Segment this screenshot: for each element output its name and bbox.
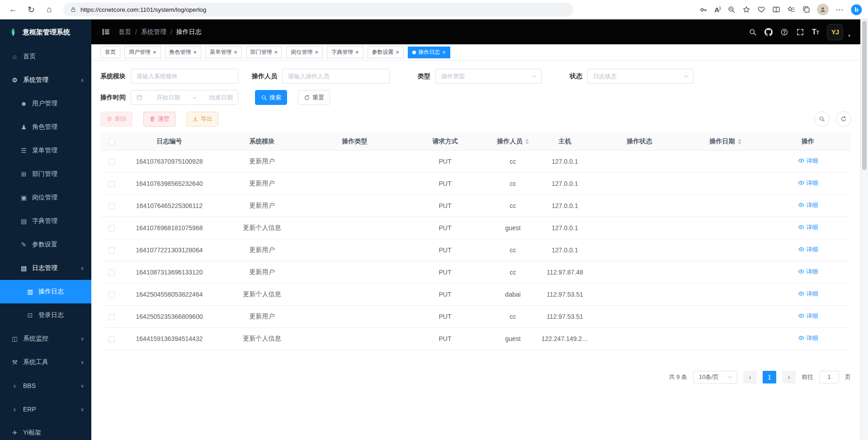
tab-close-icon[interactable]: × [315, 49, 318, 55]
help-icon[interactable] [780, 28, 788, 36]
browser-menu-icon[interactable]: ⋯ [835, 5, 844, 14]
select-all-checkbox[interactable] [108, 139, 115, 145]
next-page-button[interactable]: › [782, 371, 796, 383]
sidebar-item[interactable]: ✎ 参数设置 [0, 233, 91, 256]
date-range-picker[interactable]: 开始日期 - 结束日期 [131, 90, 238, 105]
tab[interactable]: 部门管理 × [246, 47, 283, 58]
prev-page-button[interactable]: ‹ [743, 371, 757, 383]
sidebar-item[interactable]: ▤ 字典管理 [0, 209, 91, 233]
goto-page-input[interactable] [819, 371, 839, 383]
tab-close-icon[interactable]: × [193, 49, 197, 55]
export-button[interactable]: 导出 [186, 112, 218, 127]
sidebar-item[interactable]: ✈ Yi框架 [0, 421, 91, 440]
tab-close-icon[interactable]: × [234, 49, 237, 55]
sidebar-item[interactable]: ♟ 角色管理 [0, 115, 91, 139]
detail-link[interactable]: 详细 [798, 157, 818, 165]
refresh-table-button[interactable] [836, 111, 851, 127]
operator-input[interactable] [282, 69, 390, 84]
row-checkbox[interactable] [108, 314, 115, 320]
clear-button[interactable]: 清空 [143, 112, 175, 127]
row-checkbox[interactable] [108, 336, 115, 342]
browser-essentials-icon[interactable] [757, 5, 765, 14]
sidebar-item[interactable]: ⌂ 首页 [0, 45, 91, 68]
tab-close-icon[interactable]: × [153, 49, 156, 55]
scrollbar-thumb[interactable] [862, 21, 867, 170]
sidebar-item[interactable]: ◫ 系统监控 ∨ [0, 327, 91, 350]
tab[interactable]: 参数设置 × [368, 47, 404, 58]
tab-close-icon[interactable]: × [355, 49, 359, 55]
row-checkbox[interactable] [108, 159, 115, 165]
sidebar-item[interactable]: ⊞ 部门管理 [0, 162, 91, 186]
sidebar-item[interactable]: ▧ 日志管理 ∧ [0, 256, 91, 280]
page-size-select[interactable]: 10条/页 [693, 371, 737, 383]
password-key-icon[interactable] [699, 5, 708, 14]
browser-profile-avatar[interactable] [817, 4, 829, 15]
type-select[interactable]: 操作类型 [435, 69, 542, 84]
fullscreen-icon[interactable] [796, 28, 804, 36]
tab-close-icon[interactable]: × [396, 49, 400, 55]
tab-close-icon[interactable]: × [442, 49, 446, 55]
row-checkbox[interactable] [108, 292, 115, 298]
sidebar-item[interactable]: ☰ 菜单管理 [0, 139, 91, 162]
breadcrumb-system[interactable]: 系统管理 [141, 28, 166, 36]
cell-method: PUT [401, 327, 489, 350]
search-button[interactable]: 搜索 [255, 90, 287, 105]
module-input[interactable] [131, 69, 238, 84]
collapse-sidebar-icon[interactable] [101, 27, 111, 37]
collections-icon[interactable] [802, 5, 810, 14]
tab[interactable]: 首页 × [100, 47, 120, 58]
detail-link[interactable]: 详细 [798, 268, 818, 276]
row-checkbox[interactable] [108, 203, 115, 209]
row-checkbox[interactable] [108, 247, 115, 254]
zoom-out-icon[interactable] [727, 5, 736, 14]
status-select[interactable]: 日志状态 [587, 69, 693, 84]
sidebar-item[interactable]: ⚒ 系统工具 ∨ [0, 350, 91, 374]
reset-button[interactable]: 重置 [298, 90, 330, 105]
github-icon[interactable] [764, 28, 773, 36]
browser-home-icon[interactable]: ⌂ [42, 2, 57, 17]
tab[interactable]: 角色管理 × [165, 47, 202, 58]
tab[interactable]: 字典管理 × [327, 47, 363, 58]
font-size-icon[interactable]: TT [812, 28, 819, 36]
favorites-bar-icon[interactable] [787, 5, 795, 14]
tab-close-icon[interactable]: × [274, 49, 278, 55]
split-screen-icon[interactable] [772, 5, 780, 14]
tab[interactable]: 菜单管理 × [205, 47, 242, 58]
row-checkbox[interactable] [108, 270, 115, 276]
detail-link[interactable]: 详细 [798, 179, 818, 187]
user-avatar[interactable]: YJ [827, 24, 843, 40]
sidebar-item[interactable]: ☻ 用户管理 [0, 92, 91, 115]
show-search-button[interactable] [814, 111, 830, 127]
table-toolbar: 删除 清空 导出 [100, 111, 851, 127]
browser-scrollbar[interactable] [860, 19, 868, 440]
current-page-button[interactable]: 1 [763, 371, 776, 383]
detail-link[interactable]: 详细 [798, 246, 818, 254]
sidebar-item[interactable]: ⊡ 登录日志 [0, 303, 91, 327]
sidebar-item[interactable]: ▥ 操作日志 [0, 280, 91, 303]
sort-icon[interactable] [525, 137, 529, 146]
row-checkbox[interactable] [108, 225, 115, 232]
detail-link[interactable]: 详细 [798, 290, 818, 298]
sidebar-item[interactable]: ▣ 岗位管理 [0, 186, 91, 209]
search-icon[interactable] [749, 28, 757, 36]
delete-button[interactable]: 删除 [100, 112, 132, 127]
sidebar-item[interactable]: ⚙ 系统管理 ∧ [0, 68, 91, 92]
bing-copilot-icon[interactable]: b [850, 4, 863, 16]
tab[interactable]: 岗位管理 × [286, 47, 323, 58]
sort-icon[interactable] [738, 137, 741, 146]
detail-link[interactable]: 详细 [798, 334, 818, 342]
breadcrumb-home[interactable]: 首页 [118, 28, 131, 36]
sidebar-item[interactable]: ♁ ERP ∨ [0, 397, 91, 421]
detail-link[interactable]: 详细 [798, 312, 818, 320]
address-bar[interactable]: https://ccnetcore.com:1101/system/log/op… [63, 3, 573, 16]
browser-back-icon[interactable]: ← [5, 2, 21, 17]
detail-link[interactable]: 详细 [798, 201, 818, 209]
row-checkbox[interactable] [108, 181, 115, 187]
sidebar-item[interactable]: ♁ BBS ∨ [0, 374, 91, 397]
tab[interactable]: 用户管理 × [124, 47, 161, 58]
browser-refresh-icon[interactable]: ↻ [24, 2, 39, 17]
favorite-add-icon[interactable] [742, 5, 750, 14]
read-aloud-icon[interactable]: A) [714, 6, 721, 14]
detail-link[interactable]: 详细 [798, 223, 818, 232]
tab[interactable]: 操作日志 × [408, 47, 450, 58]
